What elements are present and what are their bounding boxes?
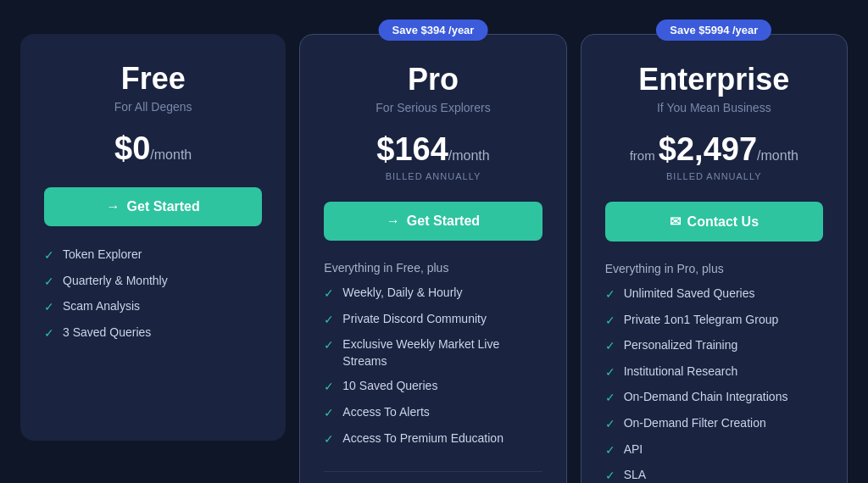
price-period-enterprise: /month [757, 148, 798, 163]
feature-item: ✓ On-Demand Filter Creation [605, 415, 823, 433]
feature-list-enterprise: ✓ Unlimited Saved Queries ✓ Private 1on1… [605, 286, 823, 483]
check-icon: ✓ [605, 390, 615, 407]
feature-intro-enterprise: Everything in Pro, plus [605, 262, 823, 275]
check-icon: ✓ [44, 299, 54, 316]
feature-text: Exclusive Weekly Market Live Streams [342, 336, 542, 369]
feature-text: API [624, 441, 643, 458]
plan-name-free: Free [44, 61, 262, 97]
check-icon: ✓ [324, 286, 334, 303]
plan-name-enterprise: Enterprise [605, 62, 823, 97]
feature-item: ✓ SLA [605, 467, 823, 483]
feature-item: ✓ Weekly, Daily & Hourly [324, 285, 542, 303]
price-period-pro: /month [448, 148, 490, 163]
badge-enterprise: Save $5994 /year [656, 19, 771, 41]
check-icon: ✓ [324, 405, 334, 422]
check-icon: ✓ [605, 286, 615, 303]
feature-item: ✓ Access To Alerts [324, 404, 542, 422]
check-icon: ✓ [605, 364, 615, 381]
feature-text: Unlimited Saved Queries [624, 286, 755, 303]
plan-subtitle-pro: For Serious Explorers [324, 101, 542, 114]
check-icon: ✓ [324, 312, 334, 329]
price-amount-free: $0 [114, 130, 150, 166]
feature-intro-pro: Everything in Free, plus [324, 261, 542, 275]
check-icon: ✓ [44, 325, 54, 342]
price-block-enterprise: from $2,497/monthBILLED ANNUALLY [605, 131, 823, 181]
feature-text: Token Explorer [63, 247, 142, 264]
trial-section: Want to try it first? Start a 7-day tria… [324, 471, 542, 483]
feature-text: Private Discord Community [342, 311, 487, 328]
feature-item: ✓ Private Discord Community [324, 311, 542, 329]
check-icon: ✓ [605, 442, 615, 459]
price-period-free: /month [150, 147, 192, 162]
feature-item: ✓ Institutional Research [605, 364, 823, 381]
feature-item: ✓ Personalized Training [605, 337, 823, 355]
feature-text: Private 1on1 Telegram Group [624, 312, 779, 329]
feature-text: 3 Saved Queries [63, 325, 151, 341]
feature-list-free: ✓ Token Explorer ✓ Quarterly & Monthly ✓… [44, 247, 262, 341]
feature-text: SLA [624, 467, 646, 483]
feature-text: 10 Saved Queries [342, 378, 437, 395]
cta-button-enterprise[interactable]: ✉ Contact Us [605, 202, 823, 242]
feature-text: On-Demand Filter Creation [624, 415, 766, 432]
arrow-right-icon: → [107, 199, 120, 214]
feature-item: ✓ Access To Premium Education [324, 430, 542, 448]
pricing-section: FreeFor All Degens$0/month→ Get Started … [0, 0, 868, 483]
feature-text: Access To Premium Education [342, 430, 504, 447]
check-icon: ✓ [324, 337, 334, 354]
feature-text: Weekly, Daily & Hourly [342, 285, 462, 302]
price-from-enterprise: from [630, 148, 659, 163]
arrow-right-icon: → [387, 214, 400, 229]
price-amount-enterprise: $2,497 [659, 131, 757, 167]
feature-text: Institutional Research [624, 364, 738, 380]
plan-card-enterprise: Save $5994 /yearEnterpriseIf You Mean Bu… [581, 34, 848, 483]
envelope-icon: ✉ [670, 214, 681, 230]
price-block-free: $0/month [44, 130, 262, 167]
cta-button-pro[interactable]: → Get Started [324, 202, 542, 241]
check-icon: ✓ [324, 379, 334, 396]
feature-item: ✓ Private 1on1 Telegram Group [605, 312, 823, 330]
badge-pro: Save $394 /year [379, 19, 488, 41]
feature-text: Personalized Training [624, 337, 738, 354]
feature-item: ✓ Exclusive Weekly Market Live Streams [324, 336, 542, 369]
cta-button-free[interactable]: → Get Started [44, 187, 262, 226]
feature-text: Scam Analysis [63, 298, 140, 315]
feature-item: ✓ On-Demand Chain Integrations [605, 389, 823, 407]
feature-item: ✓ Scam Analysis [44, 298, 262, 316]
feature-item: ✓ Unlimited Saved Queries [605, 286, 823, 303]
feature-item: ✓ 3 Saved Queries [44, 325, 262, 342]
feature-item: ✓ 10 Saved Queries [324, 378, 542, 396]
plan-card-pro: Save $394 /yearProFor Serious Explorers$… [299, 34, 566, 483]
feature-item: ✓ Token Explorer [44, 247, 262, 264]
plan-card-free: FreeFor All Degens$0/month→ Get Started … [20, 34, 286, 441]
feature-text: Access To Alerts [342, 404, 429, 421]
check-icon: ✓ [605, 313, 615, 330]
feature-list-pro: ✓ Weekly, Daily & Hourly ✓ Private Disco… [324, 285, 542, 447]
check-icon: ✓ [324, 431, 334, 448]
price-amount-pro: $164 [376, 131, 448, 167]
feature-text: Quarterly & Monthly [63, 273, 168, 290]
check-icon: ✓ [605, 416, 615, 433]
price-billing-enterprise: BILLED ANNUALLY [605, 171, 823, 181]
plan-subtitle-enterprise: If You Mean Business [605, 101, 823, 114]
plan-subtitle-free: For All Degens [44, 100, 262, 114]
plan-name-pro: Pro [324, 62, 542, 97]
feature-item: ✓ API [605, 441, 823, 459]
feature-text: On-Demand Chain Integrations [624, 389, 788, 406]
check-icon: ✓ [44, 247, 54, 264]
price-block-pro: $164/monthBILLED ANNUALLY [324, 131, 542, 181]
feature-item: ✓ Quarterly & Monthly [44, 273, 262, 291]
price-billing-pro: BILLED ANNUALLY [324, 171, 542, 181]
check-icon: ✓ [44, 274, 54, 291]
check-icon: ✓ [605, 338, 615, 355]
check-icon: ✓ [605, 468, 615, 483]
